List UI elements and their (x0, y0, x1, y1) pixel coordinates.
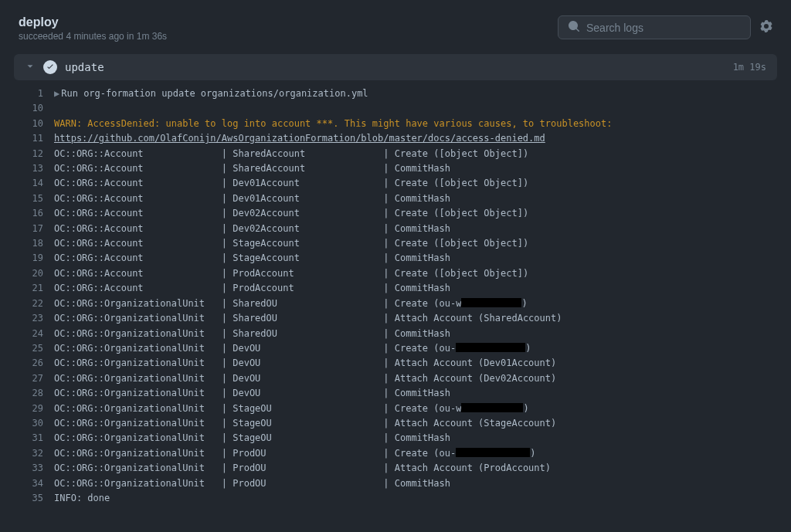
log-line: 19OC::ORG::Account | StageAccount | Comm… (0, 251, 791, 266)
log-line: 17OC::ORG::Account | Dev02Account | Comm… (0, 222, 791, 236)
line-number: 28 (0, 386, 54, 401)
log-line: 20OC::ORG::Account | ProdAccount | Creat… (0, 266, 791, 281)
line-number: 15 (0, 191, 54, 206)
line-number: 32 (0, 446, 54, 461)
log-link[interactable]: https://github.com/OlafConijn/AwsOrganiz… (54, 131, 545, 146)
log-text: OC::ORG::OrganizationalUnit | StageOU | … (54, 402, 529, 416)
line-number: 35 (0, 491, 54, 506)
line-number: 31 (0, 431, 54, 446)
log-warning: WARN: AccessDenied: unable to log into a… (54, 117, 612, 131)
line-number: 33 (0, 461, 54, 476)
log-text: OC::ORG::Account | ProdAccount | Create … (54, 266, 528, 281)
line-number: 26 (0, 356, 54, 371)
log-line: 35INFO: done (0, 491, 791, 506)
line-number: 23 (0, 311, 54, 326)
header-right (558, 15, 772, 39)
log-line: 24OC::ORG::OrganizationalUnit | SharedOU… (0, 327, 791, 341)
log-text: OC::ORG::OrganizationalUnit | SharedOU |… (54, 296, 528, 311)
log-line: 33OC::ORG::OrganizationalUnit | ProdOU |… (0, 461, 791, 476)
log-line: 26OC::ORG::OrganizationalUnit | DevOU | … (0, 356, 791, 371)
log-line: 29OC::ORG::OrganizationalUnit | StageOU … (0, 402, 791, 416)
log-line: 14OC::ORG::Account | Dev01Account | Crea… (0, 176, 791, 191)
log-text: OC::ORG::OrganizationalUnit | StageOU | … (54, 431, 450, 446)
search-icon (568, 20, 580, 35)
log-line: 22OC::ORG::OrganizationalUnit | SharedOU… (0, 296, 791, 311)
log-line: 10WARN: AccessDenied: unable to log into… (0, 117, 791, 131)
log-line: 13OC::ORG::Account | SharedAccount | Com… (0, 161, 791, 176)
step-duration: 1m 19s (733, 62, 766, 73)
log-text: OC::ORG::OrganizationalUnit | DevOU | At… (54, 356, 556, 371)
gear-icon[interactable] (760, 20, 772, 35)
log-line: 25OC::ORG::OrganizationalUnit | DevOU | … (0, 341, 791, 356)
line-number: 22 (0, 296, 54, 311)
line-number: 34 (0, 476, 54, 491)
redacted (461, 298, 521, 307)
log-line: 11https://github.com/OlafConijn/AwsOrgan… (0, 131, 791, 146)
line-number: 12 (0, 147, 54, 161)
log-text: OC::ORG::OrganizationalUnit | SharedOU |… (54, 327, 450, 341)
step-header[interactable]: update 1m 19s (14, 54, 777, 80)
log-text: OC::ORG::Account | Dev02Account | Commit… (54, 222, 450, 236)
log-text: INFO: done (54, 491, 110, 506)
redacted (456, 448, 530, 457)
line-number: 10 (0, 101, 54, 116)
line-number: 20 (0, 266, 54, 281)
run-status: succeeded 4 minutes ago in 1m 36s (19, 31, 558, 42)
redacted (461, 403, 523, 412)
log-line: 10 (0, 101, 791, 116)
line-number: 24 (0, 327, 54, 341)
log-text: OC::ORG::Account | Dev01Account | Create… (54, 176, 528, 191)
line-number: 29 (0, 402, 54, 416)
chevron-down-icon[interactable] (25, 61, 36, 74)
log-line: 28OC::ORG::OrganizationalUnit | DevOU | … (0, 386, 791, 401)
log-text: OC::ORG::OrganizationalUnit | DevOU | Cr… (54, 341, 531, 356)
line-number: 30 (0, 416, 54, 431)
log-text: OC::ORG::OrganizationalUnit | DevOU | At… (54, 371, 556, 386)
log-line: 16OC::ORG::Account | Dev02Account | Crea… (0, 206, 791, 221)
page-title: deploy (19, 15, 558, 29)
log-text: OC::ORG::Account | StageAccount | Commit… (54, 251, 450, 266)
log-text: OC::ORG::Account | StageAccount | Create… (54, 236, 528, 251)
log-line: 34OC::ORG::OrganizationalUnit | ProdOU |… (0, 476, 791, 491)
log-text: OC::ORG::OrganizationalUnit | DevOU | Co… (54, 386, 450, 401)
expand-icon[interactable]: ▶ (54, 88, 59, 99)
line-number: 11 (0, 131, 54, 146)
log-line: 32OC::ORG::OrganizationalUnit | ProdOU |… (0, 446, 791, 461)
log-text: OC::ORG::Account | SharedAccount | Commi… (54, 161, 450, 176)
log-line: 18OC::ORG::Account | StageAccount | Crea… (0, 236, 791, 251)
log-line: 27OC::ORG::OrganizationalUnit | DevOU | … (0, 371, 791, 386)
line-number: 27 (0, 371, 54, 386)
line-number: 14 (0, 176, 54, 191)
log-text: OC::ORG::Account | SharedAccount | Creat… (54, 147, 528, 161)
redacted (456, 343, 525, 352)
line-number: 19 (0, 251, 54, 266)
log-text: OC::ORG::OrganizationalUnit | ProdOU | C… (54, 476, 450, 491)
success-icon (43, 60, 57, 74)
log-output: 1▶Run org-formation update organizations… (0, 80, 791, 521)
log-line: 23OC::ORG::OrganizationalUnit | SharedOU… (0, 311, 791, 326)
line-number: 18 (0, 236, 54, 251)
line-number: 13 (0, 161, 54, 176)
line-number: 10 (0, 117, 54, 131)
search-input[interactable] (586, 22, 741, 34)
log-line: 1▶Run org-formation update organizations… (0, 86, 791, 101)
header: deploy succeeded 4 minutes ago in 1m 36s (0, 0, 791, 54)
log-text: OC::ORG::OrganizationalUnit | ProdOU | C… (54, 446, 535, 461)
log-line: 21OC::ORG::Account | ProdAccount | Commi… (0, 281, 791, 296)
search-box[interactable] (558, 15, 751, 39)
log-text: OC::ORG::OrganizationalUnit | StageOU | … (54, 416, 556, 431)
line-number: 16 (0, 206, 54, 221)
log-text: OC::ORG::Account | ProdAccount | CommitH… (54, 281, 450, 296)
step-name: update (65, 61, 725, 73)
log-line: 30OC::ORG::OrganizationalUnit | StageOU … (0, 416, 791, 431)
header-left: deploy succeeded 4 minutes ago in 1m 36s (19, 15, 558, 42)
log-text: OC::ORG::Account | Dev01Account | Commit… (54, 191, 450, 206)
line-number: 21 (0, 281, 54, 296)
log-line: 15OC::ORG::Account | Dev01Account | Comm… (0, 191, 791, 206)
log-text: OC::ORG::OrganizationalUnit | SharedOU |… (54, 311, 562, 326)
log-text: OC::ORG::Account | Dev02Account | Create… (54, 206, 528, 221)
log-text: Run org-formation update organizations/o… (61, 88, 368, 99)
log-text: OC::ORG::OrganizationalUnit | ProdOU | A… (54, 461, 551, 476)
log-line: 31OC::ORG::OrganizationalUnit | StageOU … (0, 431, 791, 446)
line-number: 25 (0, 341, 54, 356)
